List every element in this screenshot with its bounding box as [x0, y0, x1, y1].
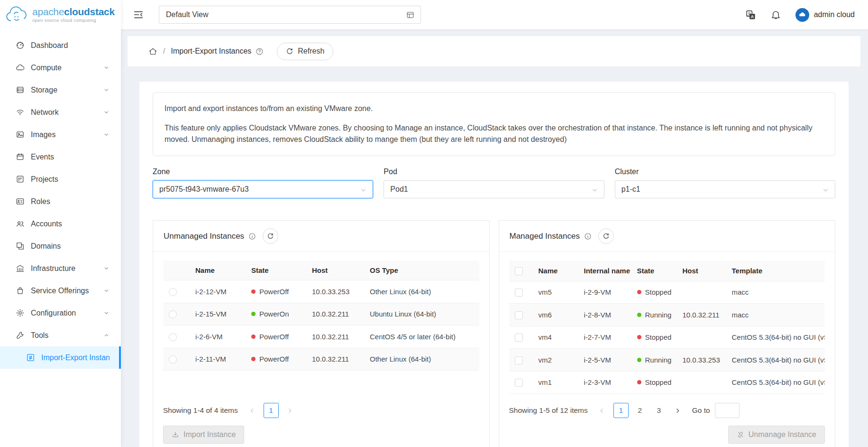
table-row[interactable]: i-2-11-VM PowerOff 10.0.32.211 Other Lin…: [163, 348, 479, 371]
row-checkbox[interactable]: [515, 334, 523, 342]
column-header-name: Name: [533, 261, 578, 281]
page-number-3[interactable]: 3: [651, 403, 667, 418]
sidebar-item-label: Import-Export Instances: [41, 354, 110, 362]
table-row[interactable]: i-2-15-VM PowerOn 10.0.32.211 Ubuntu Lin…: [163, 303, 479, 326]
cell-host: [677, 281, 726, 304]
table-row[interactable]: vm5 i-2-9-VM Stopped macc: [509, 281, 825, 304]
view-select[interactable]: Default View: [159, 6, 421, 24]
zone-select[interactable]: pr5075-t943-vmware-67u3: [153, 180, 373, 198]
cell-template: macc: [726, 281, 825, 304]
app-window: apachecloudstack open source cloud compu…: [0, 0, 868, 447]
unmanaged-panel-header: Unmanaged Instances: [153, 221, 489, 251]
row-checkbox[interactable]: [515, 289, 523, 297]
status-dot: [637, 290, 641, 294]
sidebar-item-label: Images: [31, 130, 103, 139]
roles-idcard-icon: [16, 197, 25, 206]
sidebar-item-events[interactable]: Events: [0, 146, 121, 168]
sidebar-item-storage[interactable]: Storage: [0, 79, 121, 101]
refresh-button[interactable]: Refresh: [277, 43, 333, 60]
row-checkbox[interactable]: [515, 356, 523, 364]
cell-name: i-2-12-VM: [190, 280, 246, 303]
page-title: Import-Export Instances: [171, 47, 251, 56]
row-radio[interactable]: [169, 310, 177, 318]
help-question-icon[interactable]: [256, 47, 264, 56]
unmanaged-instances-panel: Unmanaged Instances: [153, 220, 490, 447]
sidebar-item-accounts[interactable]: Accounts: [0, 213, 121, 235]
sidebar-item-import-export-instances[interactable]: Import-Export Instances: [0, 346, 121, 369]
row-checkbox[interactable]: [515, 311, 523, 319]
sidebar-item-infrastructure[interactable]: Infrastructure: [0, 257, 121, 279]
sidebar-item-dashboard[interactable]: Dashboard: [0, 34, 121, 56]
select-all-checkbox[interactable]: [515, 267, 523, 275]
import-instance-button[interactable]: Import Instance: [163, 426, 244, 444]
sidebar-item-images[interactable]: Images: [0, 123, 121, 146]
row-radio[interactable]: [169, 288, 177, 296]
managed-panel-body: Name Internal name State Host Template: [499, 252, 835, 418]
import-instance-label: Import Instance: [183, 430, 236, 439]
table-row[interactable]: vm4 i-2-7-VM Stopped CentOS 5.3(64-bit) …: [509, 326, 825, 349]
home-icon[interactable]: [148, 47, 157, 56]
unmanage-instance-button[interactable]: Unmanage Instance: [728, 426, 825, 444]
sidebar-item-label: Network: [31, 108, 103, 117]
row-radio[interactable]: [169, 355, 177, 363]
next-page-icon[interactable]: [283, 403, 298, 418]
page-number-1[interactable]: 1: [264, 403, 279, 418]
sidebar-item-network[interactable]: Network: [0, 101, 121, 123]
pod-select-value: Pod1: [390, 185, 408, 194]
sidebar-item-service-offerings[interactable]: Service Offerings: [0, 279, 121, 302]
table-row[interactable]: vm1 i-2-3-VM Stopped CentOS 5.3(64-bit) …: [509, 371, 825, 394]
sidebar-item-tools[interactable]: Tools: [0, 324, 121, 346]
brand-apache: apache: [32, 6, 64, 17]
page-number-2[interactable]: 2: [632, 403, 648, 418]
infrastructure-bank-icon: [16, 264, 25, 273]
menu-fold-icon[interactable]: [133, 9, 144, 20]
row-radio[interactable]: [169, 333, 177, 341]
table-header-row: Name State Host OS Type: [163, 261, 479, 280]
cell-name: vm2: [533, 349, 578, 372]
goto-page-input[interactable]: [715, 403, 740, 418]
sidebar-item-compute[interactable]: Compute: [0, 56, 121, 79]
unmanaged-table: Name State Host OS Type: [163, 261, 479, 371]
unmanaged-refresh-button[interactable]: [263, 228, 278, 244]
info-icon[interactable]: [584, 233, 592, 240]
table-row[interactable]: vm6 i-2-8-VM Running 10.0.32.211 macc: [509, 304, 825, 326]
cell-template: macc: [726, 304, 825, 326]
row-checkbox[interactable]: [515, 379, 523, 387]
pod-select[interactable]: Pod1: [384, 180, 604, 198]
sidebar-item-domains[interactable]: Domains: [0, 235, 121, 257]
sidebar-item-label: Dashboard: [31, 41, 110, 50]
cell-state: PowerOff: [246, 348, 306, 371]
table-row[interactable]: i-2-12-VM PowerOff 10.0.33.253 Other Lin…: [163, 280, 479, 303]
prev-page-icon[interactable]: [594, 403, 610, 418]
cloudstack-logo[interactable]: apachecloudstack open source cloud compu…: [0, 0, 121, 29]
managed-refresh-button[interactable]: [598, 228, 614, 244]
cell-internal-name: i-2-7-VM: [578, 326, 631, 349]
bell-icon[interactable]: [770, 9, 781, 20]
sidebar-item-roles[interactable]: Roles: [0, 190, 121, 213]
cell-host: 10.0.32.211: [306, 348, 364, 371]
cluster-select[interactable]: p1-c1: [615, 180, 835, 198]
project-view-icon[interactable]: [406, 10, 415, 19]
info-icon[interactable]: [248, 233, 256, 240]
chevron-down-icon: [103, 65, 110, 71]
refresh-icon: [286, 47, 293, 55]
page-number-1[interactable]: 1: [613, 403, 629, 418]
prev-page-icon[interactable]: [245, 403, 260, 418]
table-row[interactable]: i-2-6-VM PowerOff 10.0.32.211 CentOS 4/5…: [163, 326, 479, 348]
tools-wrench-icon: [16, 331, 25, 340]
sidebar-item-projects[interactable]: Projects: [0, 168, 121, 190]
managed-panel-header: Managed Instances: [499, 221, 835, 251]
translate-icon[interactable]: 文 A: [745, 9, 756, 20]
user-name[interactable]: admin cloud: [814, 10, 855, 19]
unmanage-instance-label: Unmanage Instance: [749, 430, 816, 439]
sidebar-item-label: Accounts: [31, 220, 110, 228]
chevron-down-icon: [103, 288, 110, 294]
sidebar-item-configuration[interactable]: Configuration: [0, 302, 121, 324]
next-page-icon[interactable]: [670, 403, 685, 418]
events-calendar-icon: [16, 152, 25, 161]
column-header-state: State: [631, 261, 677, 281]
table-row[interactable]: vm2 i-2-5-VM Running 10.0.33.253 CentOS …: [509, 349, 825, 372]
cluster-filter: Cluster p1-c1: [615, 168, 835, 198]
chevron-down-icon: [360, 186, 366, 193]
avatar[interactable]: [795, 8, 809, 22]
